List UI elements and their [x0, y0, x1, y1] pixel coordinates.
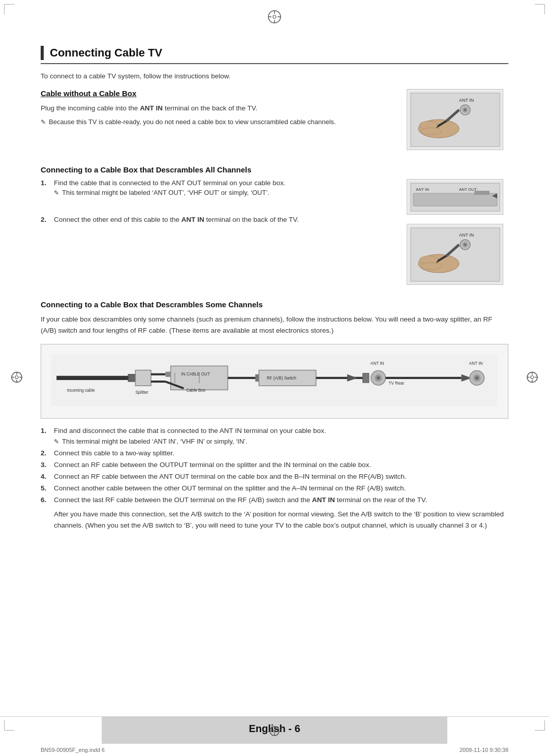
page-container: Connecting Cable TV To connect to a cabl… — [0, 0, 549, 756]
tv-rear-label: TV Rear — [389, 381, 405, 386]
step-2-content: Connect the other end of this cable to t… — [54, 216, 299, 223]
s3-step-2-text: Connect this cable to a two-way splitter… — [54, 449, 174, 457]
cable-without-box-text: Cable without a Cable Box Plug the incom… — [41, 89, 396, 154]
section-cable-without-box: Cable without a Cable Box Plug the incom… — [41, 89, 508, 154]
svg-point-13 — [531, 376, 534, 379]
s3-step-1-note-text: This terminal might be labeled ‘ANT IN’,… — [62, 438, 248, 445]
corner-tr — [535, 4, 545, 14]
svg-rect-65 — [363, 373, 369, 383]
svg-point-23 — [464, 109, 466, 111]
svg-point-76 — [273, 730, 276, 733]
note-icon-3: ✎ — [54, 438, 59, 445]
svg-text:IN  CABLE  OUT: IN CABLE OUT — [181, 372, 210, 376]
svg-rect-19 — [411, 93, 500, 147]
descrambles-all-layout: 1. Find the cable that is connected to t… — [41, 179, 508, 289]
s3-step-1-content: Find and disconnect the cable that is co… — [54, 427, 326, 445]
section-descrambles-all: Connecting to a Cable Box that Descrambl… — [41, 165, 508, 289]
wiring-diagram-svg: Incoming cable Splitter — [51, 353, 498, 409]
footer-compass-icon — [269, 725, 280, 738]
svg-point-1 — [273, 15, 276, 18]
step-1-note: ✎ This terminal might be labeled ‘ANT OU… — [54, 189, 286, 196]
svg-point-7 — [15, 376, 18, 379]
sub-heading-cable-without-box: Cable without a Cable Box — [41, 89, 396, 98]
s3-step-3: 3. Connect an RF cable between the OUTPU… — [41, 461, 508, 469]
s3-step-6-text: Connect the last RF cable between the OU… — [54, 496, 312, 504]
svg-text:ANT IN: ANT IN — [469, 362, 483, 366]
svg-rect-53 — [166, 372, 171, 377]
wiring-diagram: Incoming cable Splitter — [41, 344, 508, 419]
ant-in-image-1: ANT IN — [407, 89, 503, 150]
svg-text:ANT OUT: ANT OUT — [459, 187, 477, 192]
s3-step-6: 6. Connect the last RF cable between the… — [41, 496, 508, 504]
svg-rect-50 — [135, 370, 151, 386]
svg-text:ANT IN: ANT IN — [459, 232, 474, 238]
svg-point-68 — [377, 376, 380, 380]
sub-heading-descrambles-all: Connecting to a Cable Box that Descrambl… — [41, 165, 508, 174]
para1-end-text: terminal on the back of the TV. — [163, 104, 257, 112]
sub-heading-descrambles-some: Connecting to a Cable Box that Descrambl… — [41, 300, 508, 309]
svg-point-28 — [421, 128, 441, 135]
top-compass-icon — [267, 9, 282, 24]
footer-file-info: BN59-00905F_eng.indd 6 — [41, 747, 105, 753]
svg-text:RF (A/B) Switch: RF (A/B) Switch — [267, 376, 296, 381]
svg-point-41 — [464, 244, 466, 246]
ant-in-bold-1: ANT IN — [140, 104, 163, 112]
cable-without-box-para: Plug the incoming cable into the ANT IN … — [41, 103, 396, 114]
s3-step-4-text: Connect an RF cable between the ANT OUT … — [54, 473, 407, 480]
svg-rect-34 — [474, 191, 490, 195]
svg-rect-33 — [413, 193, 497, 206]
corner-tl — [4, 4, 14, 14]
s3-step-6-num: 6. — [41, 496, 50, 504]
svg-text:ANT IN: ANT IN — [459, 98, 474, 103]
section3-intro: If your cable box descrambles only some … — [41, 314, 508, 336]
page-footer: English - 6 BN59-00905F_eng.indd 6 2009-… — [0, 716, 549, 756]
s3-step-2-num: 2. — [41, 449, 50, 457]
s3-step-1-num: 1. — [41, 427, 50, 434]
s3-step-3-num: 3. — [41, 461, 50, 469]
step-2-num: 2. — [41, 216, 50, 223]
ant-in-label: ANT IN — [371, 362, 384, 366]
s3-step-5: 5. Connect another cable between the oth… — [41, 484, 508, 492]
spacer-1 — [41, 200, 396, 216]
svg-text:ANT IN: ANT IN — [416, 187, 429, 192]
footer-bottom-bar: BN59-00905F_eng.indd 6 2009-11-10 9:30:3… — [0, 744, 549, 756]
cable-without-box-image: ANT IN — [407, 89, 508, 154]
cable-box-label: Cable Box — [186, 389, 205, 393]
intro-text: To connect to a cable TV system, follow … — [41, 72, 508, 80]
page-title: Connecting Cable TV — [50, 46, 162, 60]
main-content: Connecting Cable TV To connect to a cabl… — [41, 46, 508, 531]
step-2-text: Connect the other end of this cable to t… — [54, 216, 181, 223]
s3-step-4-num: 4. — [41, 473, 50, 480]
svg-rect-37 — [411, 228, 500, 281]
descrambles-all-images: ANT IN ANT OUT — [407, 179, 508, 289]
section-descrambles-some: Connecting to a Cable Box that Descrambl… — [41, 300, 508, 531]
para1-text: Plug the incoming cable into the — [41, 104, 140, 112]
descrambles-all-step2: 2. Connect the other end of this cable t… — [41, 216, 396, 223]
step-1-num: 1. — [41, 179, 50, 187]
step-1-text: Find the cable that is connected to the … — [54, 179, 286, 187]
section3-closing: After you have made this connection, set… — [41, 509, 508, 531]
s3-step-2: 2. Connect this cable to a two-way split… — [41, 449, 508, 457]
step-2-item: 2. Connect the other end of this cable t… — [41, 216, 396, 223]
note-1: ✎ Because this TV is cable-ready, you do… — [41, 118, 396, 126]
descrambles-all-steps: 1. Find the cable that is connected to t… — [41, 179, 396, 196]
footer-date-info: 2009-11-10 9:30:38 — [460, 747, 508, 753]
incoming-cable-label: Incoming cable — [67, 389, 95, 393]
s3-step-6-end: terminal on the rear of the TV. — [335, 496, 428, 504]
descrambles-all-text: 1. Find the cable that is connected to t… — [41, 179, 396, 289]
left-compass-icon — [10, 371, 23, 386]
step-1-content: Find the cable that is connected to the … — [54, 179, 286, 196]
s3-step-1-text: Find and disconnect the cable that is co… — [54, 427, 326, 434]
s3-step-6-content: Connect the last RF cable between the OU… — [54, 496, 427, 504]
step-1-note-text: This terminal might be labeled ‘ANT OUT’… — [62, 189, 269, 196]
s3-step-5-text: Connect another cable between the other … — [54, 484, 406, 492]
note-icon-1: ✎ — [41, 119, 46, 126]
s3-step-3-text: Connect an RF cable between the OUTPUT t… — [54, 461, 371, 469]
note-icon-2: ✎ — [54, 189, 59, 196]
splitter-label: Splitter — [135, 390, 148, 395]
ant-in-bold-2: ANT IN — [181, 216, 204, 223]
ant-in-bold-6: ANT IN — [312, 496, 335, 504]
s3-step-4: 4. Connect an RF cable between the ANT O… — [41, 473, 508, 480]
note-1-text: Because this TV is cable-ready, you do n… — [49, 118, 336, 126]
section-title: Connecting Cable TV — [41, 46, 508, 64]
